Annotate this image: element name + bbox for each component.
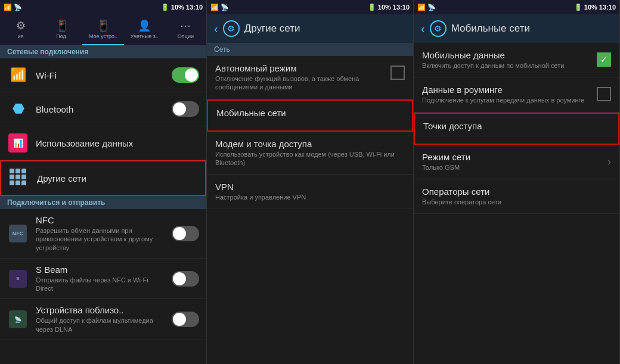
- data-usage-title: Использование данных: [36, 138, 199, 148]
- panel3-title: Мобильные сети: [451, 23, 530, 35]
- status-right-3: 🔋 10% 13:10: [574, 4, 616, 11]
- airplane-mode-item[interactable]: Автономный режим Отключение функций вызо…: [207, 56, 413, 99]
- airplane-mode-sub: Отключение функций вызовов, а также обме…: [215, 74, 386, 92]
- wifi-status-icon: 📡: [14, 4, 22, 11]
- mobile-data-title: Мобильные данные: [422, 50, 592, 60]
- network-mode-item[interactable]: Режим сети Только GSM ›: [414, 145, 619, 179]
- nearby-content: Устройства поблизо.. Общий доступ к файл…: [36, 305, 167, 334]
- battery-percent-3: 10%: [584, 4, 597, 11]
- nfc-title: NFC: [36, 215, 167, 225]
- time-1: 13:10: [186, 4, 203, 11]
- wifi-item[interactable]: 📶 Wi-Fi: [0, 58, 206, 92]
- access-points-item[interactable]: Точки доступа: [414, 113, 619, 145]
- bluetooth-toggle[interactable]: [172, 101, 199, 117]
- panel2-header: ‹ ⚙ Другие сети: [207, 14, 413, 43]
- bluetooth-item[interactable]: ⬣ Bluetooth: [0, 92, 206, 126]
- wifi-title: Wi-Fi: [36, 70, 167, 80]
- tab-1[interactable]: ⚙ ия: [0, 14, 41, 45]
- bluetooth-content: Bluetooth: [36, 104, 167, 114]
- back-arrow-3[interactable]: ‹: [421, 22, 425, 36]
- signal-icon-2: 📶: [210, 4, 219, 11]
- nearby-subtitle: Общий доступ к файлам мультимедиа через …: [36, 316, 167, 334]
- sbeam-icon: S: [7, 268, 29, 290]
- tab-label-4: Учетные з..: [131, 33, 159, 39]
- mobile-data-item[interactable]: Мобильные данные Включить доступ к данны…: [414, 43, 619, 77]
- data-roaming-item[interactable]: Данные в роуминге Подключение к услугам …: [414, 77, 619, 112]
- other-networks-title: Другие сети: [37, 173, 198, 183]
- data-roaming-content: Данные в роуминге Подключение к услугам …: [422, 85, 592, 104]
- panel-other-networks: 📶 📡 🔋 10% 13:10 ‹ ⚙ Другие сети Сеть Авт…: [207, 0, 414, 364]
- data-usage-content: Использование данных: [36, 138, 199, 148]
- access-points-title: Точки доступа: [423, 121, 610, 131]
- tab-5[interactable]: ⋯ Опции: [165, 14, 206, 45]
- nearby-item[interactable]: 📡 Устройства поблизо.. Общий доступ к фа…: [0, 299, 206, 340]
- wifi-content: Wi-Fi: [36, 70, 167, 80]
- data-usage-item[interactable]: 📊 Использование данных: [0, 126, 206, 160]
- battery-icon-2: 🔋: [368, 4, 376, 11]
- wifi-icon-3: 📡: [427, 4, 436, 11]
- signal-icon: 📶: [4, 4, 12, 11]
- airplane-mode-content: Автономный режим Отключение функций вызо…: [215, 63, 386, 92]
- section-header-connect: Подключиться и отправить: [0, 196, 206, 209]
- nearby-toggle[interactable]: [172, 312, 199, 327]
- network-operators-item[interactable]: Операторы сети Выберите оператора сети: [414, 179, 619, 214]
- status-bar-1: 📶 📡 🔋 10% 13:10: [0, 0, 206, 14]
- network-mode-content: Режим сети Только GSM: [422, 152, 603, 172]
- nfc-content: NFC Разрешить обмен данными при прикосно…: [36, 215, 167, 252]
- airplane-mode-control[interactable]: [390, 63, 405, 80]
- tab-2[interactable]: 📱 Под.: [41, 14, 82, 45]
- data-usage-icon: 📊: [7, 132, 29, 154]
- status-left-1: 📶 📡: [4, 4, 22, 11]
- panel-network-connections: 📶 📡 🔋 10% 13:10 ⚙ ия 📱 Под. 📱 Мое устро.…: [0, 0, 207, 364]
- tab-4[interactable]: 👤 Учетные з..: [124, 14, 165, 45]
- battery-percent-1: 10%: [171, 4, 184, 11]
- data-roaming-sub: Подключение к услугам передачи данных в …: [422, 96, 592, 104]
- tab-bar-1: ⚙ ия 📱 Под. 📱 Мое устро.. 👤 Учетные з.. …: [0, 14, 206, 45]
- panel3-header: ‹ ⚙ Мобильные сети: [414, 14, 619, 43]
- sbeam-title: S Beam: [36, 265, 167, 275]
- tab-label-2: Под.: [56, 33, 67, 39]
- tab-icon-2: 📱: [55, 19, 69, 32]
- data-roaming-control[interactable]: [597, 85, 611, 101]
- other-networks-item[interactable]: Другие сети: [0, 160, 206, 196]
- time-3: 13:10: [599, 4, 616, 11]
- status-bar-3: 📶 📡 🔋 10% 13:10: [414, 0, 619, 14]
- vpn-sub: Настройка и управление VPN: [215, 193, 405, 201]
- wifi-icon: 📶: [7, 64, 29, 86]
- nfc-toggle[interactable]: [172, 226, 199, 241]
- network-mode-arrow: ›: [607, 155, 611, 168]
- network-mode-sub: Только GSM: [422, 163, 603, 172]
- modem-hotspot-item[interactable]: Модем и точка доступа Использовать устро…: [207, 132, 413, 175]
- nfc-subtitle: Разрешить обмен данными при прикосновени…: [36, 226, 167, 252]
- battery-icon-3: 🔋: [574, 4, 582, 11]
- tab-3[interactable]: 📱 Мое устро..: [82, 14, 123, 45]
- section-header-network: Сетевые подключения: [0, 45, 206, 58]
- vpn-title: VPN: [215, 182, 405, 192]
- mobile-networks-item[interactable]: Мобильные сети: [207, 99, 413, 132]
- mobile-networks-title: Мобильные сети: [216, 108, 404, 118]
- other-networks-icon: [8, 167, 30, 189]
- bluetooth-title: Bluetooth: [36, 104, 167, 114]
- modem-hotspot-content: Модем и точка доступа Использовать устро…: [215, 139, 405, 167]
- mobile-data-control[interactable]: ✓: [597, 50, 611, 67]
- nfc-item[interactable]: NFC NFC Разрешить обмен данными при прик…: [0, 209, 206, 259]
- tab-icon-1: ⚙: [16, 19, 26, 32]
- mobile-data-content: Мобильные данные Включить доступ к данны…: [422, 50, 592, 70]
- tab-icon-5: ⋯: [180, 19, 191, 32]
- network-operators-sub: Выберите оператора сети: [422, 198, 611, 206]
- back-arrow-2[interactable]: ‹: [214, 22, 218, 36]
- other-networks-content: Другие сети: [37, 173, 198, 183]
- gear-icon-3: ⚙: [430, 20, 447, 37]
- network-operators-content: Операторы сети Выберите оператора сети: [422, 186, 611, 206]
- wifi-toggle[interactable]: [172, 67, 199, 83]
- modem-hotspot-title: Модем и точка доступа: [215, 139, 405, 149]
- tab-label-1: ия: [18, 33, 24, 39]
- panel2-title: Другие сети: [244, 23, 300, 35]
- mobile-data-sub: Включить доступ к данным по мобильной се…: [422, 61, 592, 70]
- sbeam-toggle[interactable]: [172, 271, 199, 287]
- status-right-2: 🔋 10% 13:10: [368, 4, 410, 11]
- sbeam-item[interactable]: S S Beam Отправить файлы через NFC и Wi-…: [0, 259, 206, 300]
- vpn-item[interactable]: VPN Настройка и управление VPN: [207, 175, 413, 209]
- modem-hotspot-sub: Использовать устройство как модем (через…: [215, 150, 405, 167]
- network-mode-title: Режим сети: [422, 152, 603, 162]
